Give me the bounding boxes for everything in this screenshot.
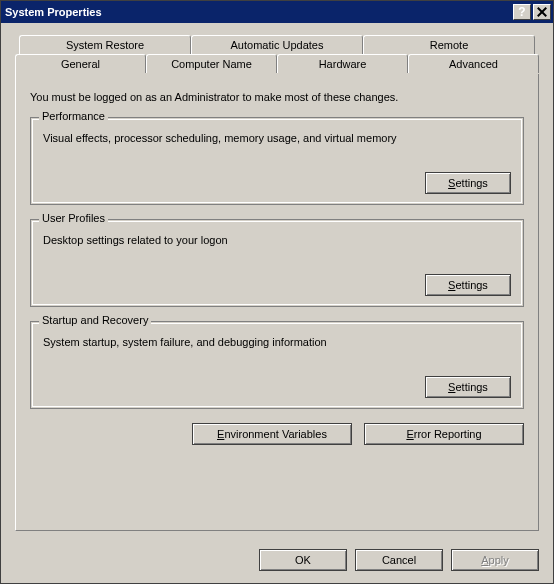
tab-strip: System Restore Automatic Updates Remote … [15, 35, 539, 73]
group-user-profiles-desc: Desktop settings related to your logon [43, 234, 511, 246]
group-user-profiles: User Profiles Desktop settings related t… [30, 219, 524, 307]
tab-advanced[interactable]: Advanced [408, 54, 539, 73]
admin-notice: You must be logged on as an Administrato… [30, 91, 524, 103]
group-user-profiles-title: User Profiles [39, 212, 108, 224]
tab-remote[interactable]: Remote [363, 35, 535, 54]
apply-button[interactable]: Apply [451, 549, 539, 571]
tab-system-restore[interactable]: System Restore [19, 35, 191, 54]
close-button[interactable] [533, 4, 551, 20]
group-startup-recovery: Startup and Recovery System startup, sys… [30, 321, 524, 409]
help-button[interactable]: ? [513, 4, 531, 20]
dialog-content: System Restore Automatic Updates Remote … [1, 23, 553, 539]
tab-automatic-updates[interactable]: Automatic Updates [191, 35, 363, 54]
help-icon: ? [518, 6, 525, 18]
tab-panel-advanced: You must be logged on as an Administrato… [15, 73, 539, 531]
performance-settings-button[interactable]: Settings [425, 172, 511, 194]
tab-hardware[interactable]: Hardware [277, 54, 408, 73]
user-profiles-settings-button[interactable]: Settings [425, 274, 511, 296]
environment-variables-button[interactable]: Environment Variables [192, 423, 352, 445]
group-startup-recovery-title: Startup and Recovery [39, 314, 151, 326]
ok-button[interactable]: OK [259, 549, 347, 571]
titlebar: System Properties ? [1, 1, 553, 23]
window-title: System Properties [5, 6, 513, 18]
tab-general[interactable]: General [15, 54, 146, 73]
dialog-footer: OK Cancel Apply [1, 539, 553, 583]
error-reporting-button[interactable]: Error Reporting [364, 423, 524, 445]
group-performance: Performance Visual effects, processor sc… [30, 117, 524, 205]
group-startup-recovery-desc: System startup, system failure, and debu… [43, 336, 511, 348]
tab-computer-name[interactable]: Computer Name [146, 54, 277, 73]
close-icon [537, 7, 547, 17]
cancel-button[interactable]: Cancel [355, 549, 443, 571]
group-performance-desc: Visual effects, processor scheduling, me… [43, 132, 511, 144]
startup-recovery-settings-button[interactable]: Settings [425, 376, 511, 398]
system-properties-window: System Properties ? System Restore Autom… [0, 0, 554, 584]
group-performance-title: Performance [39, 110, 108, 122]
